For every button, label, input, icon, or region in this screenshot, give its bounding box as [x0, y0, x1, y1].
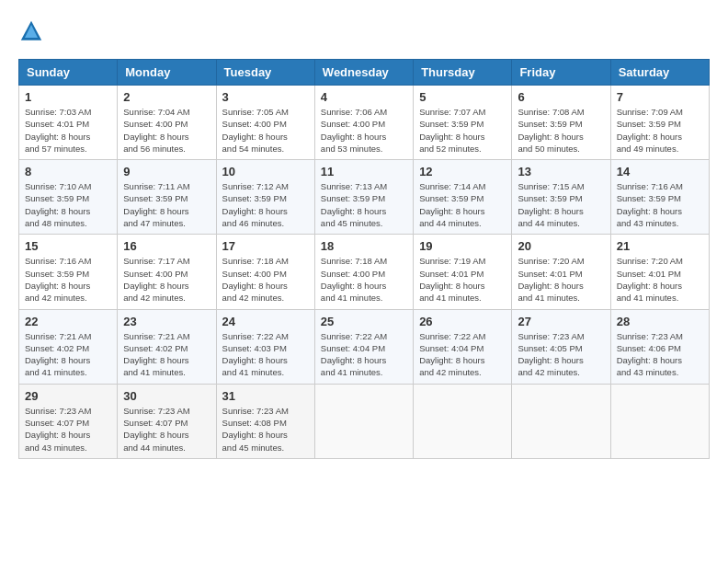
- weekday-header: Monday: [118, 60, 216, 86]
- day-number: 25: [321, 315, 407, 328]
- day-number: 7: [617, 90, 703, 104]
- day-info: Sunrise: 7:16 AMSunset: 3:59 PMDaylight:…: [25, 255, 111, 304]
- day-number: 12: [419, 165, 506, 178]
- day-info: Sunrise: 7:18 AMSunset: 4:00 PMDaylight:…: [321, 255, 407, 304]
- day-number: 11: [321, 165, 407, 178]
- day-number: 20: [518, 239, 604, 253]
- calendar-cell: 31 Sunrise: 7:23 AMSunset: 4:08 PMDaylig…: [216, 384, 314, 458]
- day-number: 31: [222, 389, 309, 403]
- day-info: Sunrise: 7:21 AMSunset: 4:02 PMDaylight:…: [123, 330, 210, 379]
- calendar-cell: 6 Sunrise: 7:08 AMSunset: 3:59 PMDayligh…: [512, 86, 610, 160]
- calendar-week-row: 29 Sunrise: 7:23 AMSunset: 4:07 PMDaylig…: [19, 384, 710, 458]
- day-number: 22: [25, 315, 111, 328]
- weekday-header: Friday: [512, 60, 610, 86]
- day-info: Sunrise: 7:03 AMSunset: 4:01 PMDaylight:…: [25, 106, 111, 155]
- day-info: Sunrise: 7:16 AMSunset: 3:59 PMDaylight:…: [617, 180, 703, 229]
- weekday-header: Sunday: [19, 60, 118, 86]
- day-info: Sunrise: 7:06 AMSunset: 4:00 PMDaylight:…: [321, 106, 407, 155]
- calendar-cell: 8 Sunrise: 7:10 AMSunset: 3:59 PMDayligh…: [19, 160, 118, 235]
- calendar-cell: 3 Sunrise: 7:05 AMSunset: 4:00 PMDayligh…: [216, 86, 314, 160]
- calendar-cell: 7 Sunrise: 7:09 AMSunset: 3:59 PMDayligh…: [610, 86, 709, 160]
- day-number: 1: [25, 90, 111, 104]
- day-info: Sunrise: 7:07 AMSunset: 3:59 PMDaylight:…: [419, 106, 506, 155]
- calendar-cell: 19 Sunrise: 7:19 AMSunset: 4:01 PMDaylig…: [414, 235, 512, 309]
- day-number: 29: [25, 389, 111, 403]
- logo: [18, 18, 48, 44]
- calendar-cell: 5 Sunrise: 7:07 AMSunset: 3:59 PMDayligh…: [414, 86, 512, 160]
- day-number: 26: [419, 315, 506, 328]
- calendar-week-row: 1 Sunrise: 7:03 AMSunset: 4:01 PMDayligh…: [19, 86, 710, 160]
- day-number: 19: [419, 239, 506, 253]
- weekday-header: Saturday: [610, 60, 709, 86]
- calendar-cell: 17 Sunrise: 7:18 AMSunset: 4:00 PMDaylig…: [216, 235, 314, 309]
- day-number: 6: [518, 90, 604, 104]
- day-number: 27: [518, 315, 604, 328]
- weekday-header: Wednesday: [314, 60, 413, 86]
- day-number: 14: [617, 165, 703, 178]
- day-info: Sunrise: 7:19 AMSunset: 4:01 PMDaylight:…: [419, 255, 506, 304]
- calendar-cell: [512, 384, 610, 458]
- calendar-cell: 30 Sunrise: 7:23 AMSunset: 4:07 PMDaylig…: [118, 384, 216, 458]
- day-info: Sunrise: 7:17 AMSunset: 4:00 PMDaylight:…: [123, 255, 210, 304]
- day-info: Sunrise: 7:23 AMSunset: 4:06 PMDaylight:…: [617, 330, 703, 379]
- calendar-cell: 23 Sunrise: 7:21 AMSunset: 4:02 PMDaylig…: [118, 309, 216, 384]
- calendar-cell: 22 Sunrise: 7:21 AMSunset: 4:02 PMDaylig…: [19, 309, 118, 384]
- calendar-cell: 4 Sunrise: 7:06 AMSunset: 4:00 PMDayligh…: [314, 86, 413, 160]
- day-info: Sunrise: 7:23 AMSunset: 4:08 PMDaylight:…: [222, 405, 309, 454]
- calendar-cell: 13 Sunrise: 7:15 AMSunset: 3:59 PMDaylig…: [512, 160, 610, 235]
- calendar-cell: 27 Sunrise: 7:23 AMSunset: 4:05 PMDaylig…: [512, 309, 610, 384]
- calendar-week-row: 15 Sunrise: 7:16 AMSunset: 3:59 PMDaylig…: [19, 235, 710, 309]
- calendar-header-row: SundayMondayTuesdayWednesdayThursdayFrid…: [19, 60, 710, 86]
- calendar-cell: 16 Sunrise: 7:17 AMSunset: 4:00 PMDaylig…: [118, 235, 216, 309]
- day-info: Sunrise: 7:08 AMSunset: 3:59 PMDaylight:…: [518, 106, 604, 155]
- day-info: Sunrise: 7:22 AMSunset: 4:04 PMDaylight:…: [321, 330, 407, 379]
- day-info: Sunrise: 7:04 AMSunset: 4:00 PMDaylight:…: [123, 106, 210, 155]
- weekday-header: Tuesday: [216, 60, 314, 86]
- day-number: 24: [222, 315, 309, 328]
- calendar-cell: 18 Sunrise: 7:18 AMSunset: 4:00 PMDaylig…: [314, 235, 413, 309]
- day-number: 28: [617, 315, 703, 328]
- day-info: Sunrise: 7:05 AMSunset: 4:00 PMDaylight:…: [222, 106, 309, 155]
- day-info: Sunrise: 7:22 AMSunset: 4:03 PMDaylight:…: [222, 330, 309, 379]
- day-info: Sunrise: 7:18 AMSunset: 4:00 PMDaylight:…: [222, 255, 309, 304]
- logo-icon: [18, 18, 44, 44]
- day-info: Sunrise: 7:20 AMSunset: 4:01 PMDaylight:…: [518, 255, 604, 304]
- calendar-cell: 1 Sunrise: 7:03 AMSunset: 4:01 PMDayligh…: [19, 86, 118, 160]
- calendar-cell: 25 Sunrise: 7:22 AMSunset: 4:04 PMDaylig…: [314, 309, 413, 384]
- day-info: Sunrise: 7:15 AMSunset: 3:59 PMDaylight:…: [518, 180, 604, 229]
- day-info: Sunrise: 7:11 AMSunset: 3:59 PMDaylight:…: [123, 180, 210, 229]
- calendar-week-row: 8 Sunrise: 7:10 AMSunset: 3:59 PMDayligh…: [19, 160, 710, 235]
- day-number: 5: [419, 90, 506, 104]
- calendar-cell: 28 Sunrise: 7:23 AMSunset: 4:06 PMDaylig…: [610, 309, 709, 384]
- calendar-table: SundayMondayTuesdayWednesdayThursdayFrid…: [18, 59, 710, 459]
- day-number: 2: [123, 90, 210, 104]
- day-info: Sunrise: 7:14 AMSunset: 3:59 PMDaylight:…: [419, 180, 506, 229]
- day-number: 8: [25, 165, 111, 178]
- day-info: Sunrise: 7:21 AMSunset: 4:02 PMDaylight:…: [25, 330, 111, 379]
- calendar-cell: 26 Sunrise: 7:22 AMSunset: 4:04 PMDaylig…: [414, 309, 512, 384]
- day-info: Sunrise: 7:12 AMSunset: 3:59 PMDaylight:…: [222, 180, 309, 229]
- day-info: Sunrise: 7:09 AMSunset: 3:59 PMDaylight:…: [617, 106, 703, 155]
- weekday-header: Thursday: [414, 60, 512, 86]
- day-number: 16: [123, 239, 210, 253]
- day-info: Sunrise: 7:23 AMSunset: 4:07 PMDaylight:…: [25, 405, 111, 454]
- day-number: 18: [321, 239, 407, 253]
- calendar-cell: [314, 384, 413, 458]
- calendar-cell: 14 Sunrise: 7:16 AMSunset: 3:59 PMDaylig…: [610, 160, 709, 235]
- page-header: [18, 18, 710, 44]
- day-number: 4: [321, 90, 407, 104]
- calendar-cell: 29 Sunrise: 7:23 AMSunset: 4:07 PMDaylig…: [19, 384, 118, 458]
- day-number: 9: [123, 165, 210, 178]
- day-info: Sunrise: 7:10 AMSunset: 3:59 PMDaylight:…: [25, 180, 111, 229]
- calendar-cell: 11 Sunrise: 7:13 AMSunset: 3:59 PMDaylig…: [314, 160, 413, 235]
- calendar-week-row: 22 Sunrise: 7:21 AMSunset: 4:02 PMDaylig…: [19, 309, 710, 384]
- calendar-cell: 24 Sunrise: 7:22 AMSunset: 4:03 PMDaylig…: [216, 309, 314, 384]
- day-number: 17: [222, 239, 309, 253]
- calendar-cell: 10 Sunrise: 7:12 AMSunset: 3:59 PMDaylig…: [216, 160, 314, 235]
- day-number: 13: [518, 165, 604, 178]
- day-number: 3: [222, 90, 309, 104]
- day-info: Sunrise: 7:23 AMSunset: 4:07 PMDaylight:…: [123, 405, 210, 454]
- calendar-cell: [414, 384, 512, 458]
- day-number: 23: [123, 315, 210, 328]
- calendar-cell: 2 Sunrise: 7:04 AMSunset: 4:00 PMDayligh…: [118, 86, 216, 160]
